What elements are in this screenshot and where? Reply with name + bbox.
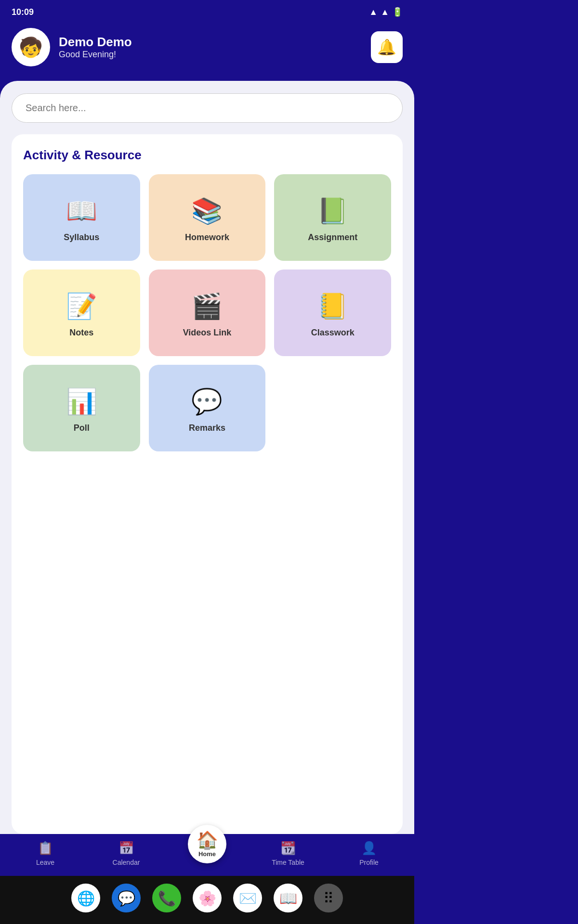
calendar-nav-icon: 📅 <box>118 841 134 856</box>
header: 🧒 Demo Demo Good Evening! 🔔 <box>0 21 414 81</box>
main-content: Activity & Resource 📖 Syllabus 📚 Homewor… <box>0 81 414 834</box>
battery-icon: 🔋 <box>392 7 403 17</box>
dock-phone[interactable]: 📞 <box>152 884 181 912</box>
user-name: Demo Demo <box>59 35 132 50</box>
status-icons: ▲ ▲ 🔋 <box>369 7 403 17</box>
profile-nav-label: Profile <box>359 859 379 866</box>
remarks-label: Remarks <box>189 423 225 433</box>
remarks-icon: 💬 <box>191 387 223 416</box>
grid-item-notes[interactable]: 📝 Notes <box>23 270 140 356</box>
dock-gmail[interactable]: ✉️ <box>233 884 262 912</box>
assignment-icon: 📗 <box>317 196 348 226</box>
system-dock: 🌐💬📞🌸✉️📖⠿ <box>0 876 414 924</box>
header-left: 🧒 Demo Demo Good Evening! <box>12 28 132 66</box>
leave-nav-icon: 📋 <box>38 841 53 856</box>
videos-label: Videos Link <box>183 328 232 338</box>
notes-label: Notes <box>69 328 93 338</box>
timetable-nav-icon: 📆 <box>280 841 296 856</box>
classwork-label: Classwork <box>311 328 355 338</box>
dock-book[interactable]: 📖 <box>274 884 302 912</box>
notification-button[interactable]: 🔔 <box>371 31 403 63</box>
user-greeting: Good Evening! <box>59 50 132 60</box>
activity-section: Activity & Resource 📖 Syllabus 📚 Homewor… <box>12 134 403 834</box>
home-label: Home <box>198 850 216 858</box>
bell-icon: 🔔 <box>377 38 396 56</box>
search-container <box>12 93 403 123</box>
syllabus-label: Syllabus <box>64 232 99 243</box>
bottom-nav: 📋 Leave 📅 Calendar 🏠 Home 📆 Time Table 👤… <box>0 834 414 876</box>
search-input[interactable] <box>12 93 403 123</box>
poll-label: Poll <box>74 423 90 433</box>
nav-timetable[interactable]: 📆 Time Table <box>269 841 307 866</box>
signal-icon: ▲ <box>381 7 389 17</box>
grid-item-classwork[interactable]: 📒 Classwork <box>274 270 391 356</box>
nav-home-button[interactable]: 🏠 Home <box>188 825 226 863</box>
wifi-icon: ▲ <box>369 7 378 17</box>
nav-leave[interactable]: 📋 Leave <box>26 841 65 866</box>
profile-nav-icon: 👤 <box>361 841 377 856</box>
grid-item-homework[interactable]: 📚 Homework <box>149 174 266 261</box>
dock-photos[interactable]: 🌸 <box>193 884 222 912</box>
avatar: 🧒 <box>12 28 50 66</box>
grid-item-syllabus[interactable]: 📖 Syllabus <box>23 174 140 261</box>
grid-item-videos[interactable]: 🎬 Videos Link <box>149 270 266 356</box>
timetable-nav-label: Time Table <box>272 859 304 866</box>
poll-icon: 📊 <box>66 387 97 416</box>
dock-chrome[interactable]: 🌐 <box>71 884 100 912</box>
grid-item-assignment[interactable]: 📗 Assignment <box>274 174 391 261</box>
grid-item-poll[interactable]: 📊 Poll <box>23 365 140 451</box>
leave-nav-label: Leave <box>36 859 54 866</box>
status-bar: 10:09 ▲ ▲ 🔋 <box>0 0 414 21</box>
user-info: Demo Demo Good Evening! <box>59 35 132 60</box>
calendar-nav-label: Calendar <box>113 859 140 866</box>
homework-label: Homework <box>185 232 229 243</box>
dock-messages[interactable]: 💬 <box>112 884 141 912</box>
grid-item-remarks[interactable]: 💬 Remarks <box>149 365 266 451</box>
activity-grid: 📖 Syllabus 📚 Homework 📗 Assignment 📝 Not… <box>23 174 391 451</box>
notes-icon: 📝 <box>66 292 97 321</box>
avatar-image: 🧒 <box>19 36 43 59</box>
nav-calendar[interactable]: 📅 Calendar <box>107 841 145 866</box>
assignment-label: Assignment <box>308 232 357 243</box>
dock-apps[interactable]: ⠿ <box>314 884 343 912</box>
nav-profile[interactable]: 👤 Profile <box>350 841 388 866</box>
status-time: 10:09 <box>12 7 34 17</box>
syllabus-icon: 📖 <box>66 196 97 226</box>
homework-icon: 📚 <box>191 196 223 226</box>
home-icon: 🏠 <box>197 830 218 850</box>
videos-icon: 🎬 <box>191 292 223 321</box>
classwork-icon: 📒 <box>317 292 348 321</box>
section-title: Activity & Resource <box>23 148 391 163</box>
